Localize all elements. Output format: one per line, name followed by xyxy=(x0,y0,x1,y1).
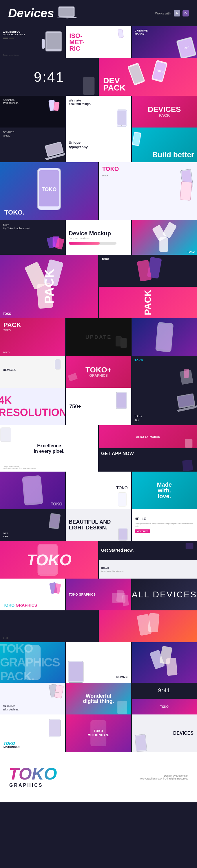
phones-right-icon xyxy=(99,610,197,642)
card-phones-icon xyxy=(45,231,65,255)
svg-text:GRAPHICS: GRAPHICS xyxy=(9,783,43,787)
toko-top-right-text: Get Started Now. xyxy=(101,548,134,553)
svg-rect-88 xyxy=(135,735,146,751)
cell-great-animation: Excellence in every pixel. Design by Mot… xyxy=(0,425,98,472)
time-2-text: ALL DEVICES xyxy=(132,590,197,599)
phone-love-icon xyxy=(115,490,130,508)
row-14: TOKO Get Started Now. HELLO Lorem ipsum … xyxy=(0,541,197,579)
cell-time-2: ALL DEVICES xyxy=(132,579,197,610)
version-text: TOKO xyxy=(3,329,62,332)
cell-devices-big: DEVICES PACK xyxy=(132,96,197,127)
phones-stacked-icon xyxy=(178,168,196,203)
svg-text:TOKO: TOKO xyxy=(42,186,57,192)
svg-rect-56 xyxy=(182,460,193,471)
phone-4k-icon xyxy=(178,368,196,386)
cell-we-make: We make beautiful things. xyxy=(66,96,131,127)
toko-pack-last-text: DEVICES xyxy=(173,731,194,736)
beautiful-design-text: GET APP xyxy=(3,532,62,538)
row-10: 4K RESOLUTION 750+ EASY TO xyxy=(0,388,197,425)
bottom-brand-section: TOKO GRAPHICS Design by Motioncan Toko G… xyxy=(0,752,197,802)
svg-rect-1 xyxy=(59,7,74,16)
cell-update: PACK TOKO TOKO xyxy=(0,318,65,356)
cell-phone-big: TOKO GRAPHICS PACK. xyxy=(0,642,65,683)
copyright-text: Design by Motioncan xyxy=(139,774,188,777)
header-left: Devices xyxy=(8,5,80,21)
cell-4k: TOKO xyxy=(132,356,197,388)
wonderful-digital-text: 35 scenes with devices. xyxy=(3,704,62,712)
attribution-text: Design by MotioncanToko Graphics Pack © … xyxy=(3,466,36,469)
svg-rect-63 xyxy=(119,529,126,539)
svg-rect-10 xyxy=(83,77,94,95)
get-app-big-text: Made with. love. xyxy=(157,482,172,499)
cell-toko-top-right: Get Started Now. xyxy=(99,541,197,559)
get-started-text: HELLO xyxy=(135,517,194,521)
svg-rect-51 xyxy=(116,393,126,407)
cell-wonderful-2: 35 scenes with devices. TOKO xyxy=(0,683,65,714)
cell-devices-pack: TOKO DEV PACK xyxy=(99,58,197,96)
phone-cyan-icon xyxy=(132,130,149,152)
row-2: 9:41 TOKO DEV PACK xyxy=(0,58,197,96)
4k-text: TOKO xyxy=(135,359,194,362)
cell-9-41-sm: 9:41 xyxy=(132,683,197,698)
update-text: PACK xyxy=(3,322,62,328)
toko-graphics-pack-text: 9:41 xyxy=(3,637,9,639)
dark-phones-icon xyxy=(112,333,130,354)
svg-rect-61 xyxy=(50,514,60,528)
market-text: MARKET xyxy=(135,32,194,35)
toko-bottom-text: GET APP NOW xyxy=(101,451,195,456)
cell-devices-dark: UPDATE xyxy=(66,318,131,356)
svg-text:TOKO: TOKO xyxy=(9,764,57,783)
row-16: 9:41 xyxy=(0,610,197,642)
svg-rect-54 xyxy=(1,428,11,441)
brand-right-info: Design by Motioncan Toko Graphics Pack ©… xyxy=(139,774,188,780)
row-17: TOKO GRAPHICS PACK. PHONE xyxy=(0,642,197,683)
iso-line3: RIC xyxy=(69,45,128,52)
row-7: PACK TOKO TOKO PACK xyxy=(0,255,197,318)
cell-get-app-big: Made with. love. xyxy=(132,472,197,509)
toko-update-label: TOKO xyxy=(3,351,9,353)
svg-rect-83 xyxy=(117,701,127,714)
design-sub-text: GRAPHICS xyxy=(89,374,108,378)
we-make-text: We make xyxy=(69,99,128,102)
great-animation-text: Excellence in every pixel. xyxy=(34,443,65,454)
svg-rect-47 xyxy=(68,373,78,381)
svg-rect-55 xyxy=(185,439,193,447)
phone-app-icon xyxy=(182,438,196,448)
svg-rect-74 xyxy=(25,645,40,680)
phone-pack-icon xyxy=(133,733,149,752)
cell-toko-graphics: TOKO GRAPHICS xyxy=(0,579,65,610)
toko-motioncan-text: TOKO xyxy=(3,741,62,746)
cell-phones-scattered xyxy=(132,642,197,683)
tablet-great-icon xyxy=(0,425,23,444)
phone-sm-icon xyxy=(184,542,196,550)
phone-back-icon xyxy=(81,76,97,96)
cell-get-started: HELLO Lorem ipsum dolor sit amet, consec… xyxy=(132,509,197,541)
cell-wonderful: WONDERFUL DIGITAL THINGS Design by motio… xyxy=(0,26,65,58)
svg-rect-59 xyxy=(118,493,126,506)
cell-toko-bottom: GET APP NOW xyxy=(99,449,197,472)
build-text: Unique xyxy=(69,141,128,145)
toko-bottom-label: TOKO xyxy=(3,312,11,315)
cell-toko-pack-last: DEVICES xyxy=(132,714,197,752)
toko-dot-text: Build better xyxy=(152,150,194,159)
toko-small-label: TOKO xyxy=(102,258,109,260)
motioncan-sub-text: MOTIONCAN. xyxy=(3,746,62,749)
cell-pack-right: PACK xyxy=(99,287,197,318)
svg-rect-4 xyxy=(47,33,61,49)
cell-toko-plus: DEVICES xyxy=(0,356,65,388)
row-8: PACK TOKO TOKO UPDATE xyxy=(0,318,197,356)
svg-rect-86 xyxy=(90,720,106,746)
tablet-angled-sm-icon xyxy=(67,373,82,388)
scenes-text: PHONE xyxy=(116,675,128,679)
laptop-excellence-icon xyxy=(177,391,197,417)
laptop-icon xyxy=(57,5,80,21)
pack-right-text: PACK xyxy=(143,290,153,315)
toko-spin-label: TOKO xyxy=(187,250,195,253)
svg-rect-71 xyxy=(122,595,129,606)
row-11: Excellence in every pixel. Design by Mot… xyxy=(0,425,197,472)
digital-text: DIGITAL THINGS xyxy=(3,33,26,36)
cell-devices-included: TOKO MOTIONCAN. xyxy=(66,714,131,752)
spinning-phones-icon xyxy=(132,220,197,255)
svg-rect-79 xyxy=(166,658,177,676)
mockup-text: Easy. Try Toko Graphics now! xyxy=(3,223,62,230)
